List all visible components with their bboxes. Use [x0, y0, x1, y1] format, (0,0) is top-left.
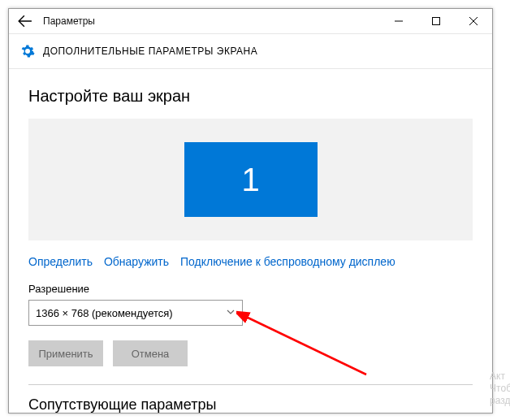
- svg-rect-0: [433, 18, 440, 25]
- maximize-icon: [432, 17, 440, 25]
- identify-link[interactable]: Определить: [28, 255, 93, 268]
- divider: [28, 384, 473, 385]
- resolution-value: 1366 × 768 (рекомендуется): [36, 307, 173, 319]
- titlebar: Параметры: [9, 9, 492, 34]
- monitor-tile[interactable]: 1: [184, 142, 318, 217]
- close-button[interactable]: [455, 9, 492, 33]
- resolution-dropdown[interactable]: 1366 × 768 (рекомендуется): [28, 300, 243, 326]
- window-controls: [380, 9, 492, 33]
- watermark-line: Чтоб: [490, 383, 510, 395]
- monitor-number: 1: [241, 162, 259, 198]
- content-area: Настройте ваш экран 1 Определить Обнаруж…: [9, 69, 492, 414]
- display-links: Определить Обнаружить Подключение к бесп…: [28, 255, 473, 268]
- watermark-line: Акт: [490, 370, 510, 383]
- header-title: ДОПОЛНИТЕЛЬНЫЕ ПАРАМЕТРЫ ЭКРАНА: [43, 45, 257, 57]
- watermark-text: Акт Чтоб разд: [490, 370, 510, 407]
- display-preview: 1: [28, 119, 473, 240]
- maximize-button[interactable]: [417, 9, 455, 33]
- minimize-icon: [395, 17, 403, 25]
- wireless-display-link[interactable]: Подключение к беспроводному дисплею: [180, 255, 395, 268]
- gear-icon: [20, 44, 35, 58]
- settings-window: Параметры ДОПОЛНИТЕЛЬНЫЕ ПАРАМЕТРЫ ЭКРАН…: [8, 8, 493, 414]
- arrow-left-icon: [18, 14, 32, 28]
- cancel-button[interactable]: Отмена: [113, 340, 188, 366]
- chevron-down-icon: [226, 307, 236, 319]
- window-title: Параметры: [41, 15, 380, 27]
- back-button[interactable]: [9, 9, 41, 33]
- close-icon: [469, 17, 478, 25]
- apply-button[interactable]: Применить: [28, 340, 103, 366]
- minimize-button[interactable]: [380, 9, 417, 33]
- page-title: Настройте ваш экран: [28, 87, 473, 106]
- resolution-label: Разрешение: [28, 283, 473, 295]
- related-settings-title: Сопутствующие параметры: [28, 396, 473, 414]
- watermark-line: разд: [490, 395, 510, 407]
- action-buttons: Применить Отмена: [28, 340, 473, 366]
- detect-link[interactable]: Обнаружить: [104, 255, 169, 268]
- header: ДОПОЛНИТЕЛЬНЫЕ ПАРАМЕТРЫ ЭКРАНА: [9, 34, 492, 69]
